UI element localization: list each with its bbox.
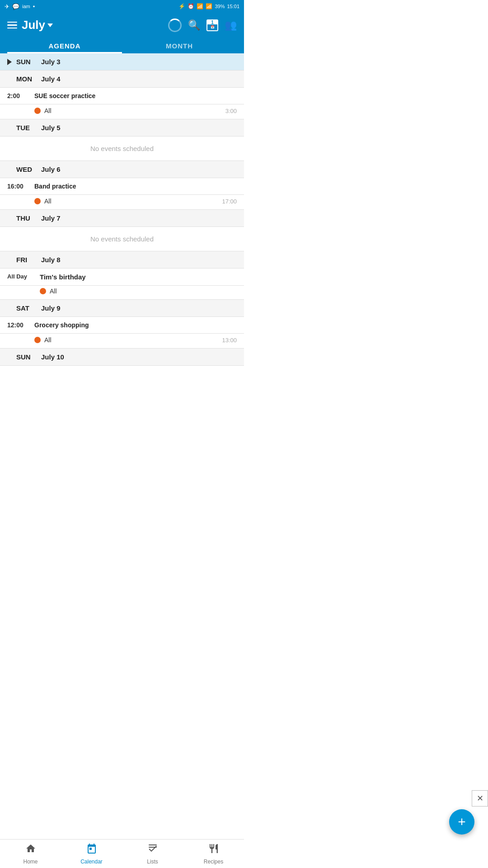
tab-month[interactable]: MONTH — [122, 38, 237, 53]
whatsapp-icon: 💬 — [12, 3, 19, 10]
day-date-jul9: July 9 — [41, 304, 61, 312]
signal-icon: 📶 — [206, 3, 212, 9]
header-top: July 🔍 1 📅 👥 — [7, 18, 237, 38]
day-date-jul6: July 6 — [41, 165, 61, 173]
day-name-jul8: FRI — [16, 256, 41, 264]
day-date-jul8: July 8 — [41, 256, 61, 264]
event-sub-band[interactable]: All 17:00 — [0, 195, 244, 210]
event-dot-sue — [34, 108, 41, 114]
event-category-band: All — [44, 198, 52, 205]
alarm-icon: ⏰ — [188, 3, 194, 9]
event-title-band: Band practice — [34, 183, 237, 190]
allday-label-tims: All Day — [7, 273, 40, 280]
event-sub-sue[interactable]: All 3:00 — [0, 104, 244, 119]
event-row-grocery[interactable]: 12:00 Grocery shopping — [0, 317, 244, 334]
view-tabs: AGENDA MONTH — [7, 38, 237, 53]
app-header: July 🔍 1 📅 👥 AGENDA — [0, 13, 244, 53]
iam-label: iam — [22, 4, 30, 9]
event-dot-band — [34, 198, 41, 204]
event-category-grocery: All — [44, 336, 52, 344]
event-time-sue-end: 3:00 — [225, 108, 237, 114]
event-sub-grocery[interactable]: All 13:00 — [0, 334, 244, 349]
dot-icon: • — [33, 3, 35, 10]
people-icon[interactable]: 👥 — [225, 19, 237, 31]
day-name-jul9: SAT — [16, 304, 41, 312]
event-title-tims: Tim's birthday — [40, 273, 86, 281]
day-name-jul6: WED — [16, 165, 41, 173]
agenda-view: SUN July 3 MON July 4 2:00 SUE soccer pr… — [0, 53, 244, 397]
event-row-sue-soccer[interactable]: 2:00 SUE soccer practice — [0, 88, 244, 104]
event-row-band[interactable]: 16:00 Band practice — [0, 178, 244, 195]
event-title-sue: SUE soccer practice — [34, 92, 237, 99]
tab-agenda[interactable]: AGENDA — [7, 38, 122, 53]
dropdown-arrow-icon — [47, 24, 53, 27]
day-header-jul4[interactable]: MON July 4 — [0, 71, 244, 88]
day-name-jul4: MON — [16, 75, 41, 83]
event-time-band-end: 17:00 — [222, 198, 237, 205]
event-dot-tims — [40, 288, 46, 294]
day-header-jul3[interactable]: SUN July 3 — [0, 53, 244, 71]
header-left-icons: July — [7, 18, 53, 32]
month-label: July — [22, 18, 45, 32]
no-events-jul7: No events scheduled — [0, 227, 244, 251]
no-events-jul5: No events scheduled — [0, 137, 244, 161]
day-date-jul4: July 4 — [41, 75, 61, 83]
spinner-icon — [168, 19, 182, 32]
battery-save-icon: ⚡ — [178, 3, 185, 9]
status-bar-left: ✈ 💬 iam • — [5, 3, 35, 10]
day-header-jul6[interactable]: WED July 6 — [0, 161, 244, 178]
event-time-grocery-end: 13:00 — [222, 337, 237, 344]
day-header-jul7[interactable]: THU July 7 — [0, 210, 244, 227]
time-display: 15:01 — [227, 4, 239, 9]
event-time-sue: 2:00 — [7, 92, 34, 99]
wifi-icon: 📶 — [197, 3, 203, 9]
event-category-tims: All — [50, 288, 57, 295]
battery-percent: 39% — [215, 4, 225, 9]
day-name-jul5: TUE — [16, 124, 41, 132]
event-time-grocery: 12:00 — [7, 321, 34, 329]
event-title-grocery: Grocery shopping — [34, 321, 237, 329]
calendar-today-button[interactable]: 1 📅 — [206, 19, 218, 31]
header-right-icons: 🔍 1 📅 👥 — [168, 19, 237, 32]
day-name-jul7: THU — [16, 214, 41, 222]
airplane-icon: ✈ — [5, 3, 9, 10]
status-bar-right: ⚡ ⏰ 📶 📶 39% 15:01 — [178, 3, 239, 9]
event-dot-grocery — [34, 337, 41, 343]
day-date-jul5: July 5 — [41, 124, 61, 132]
month-selector[interactable]: July — [22, 18, 53, 32]
hamburger-menu-button[interactable] — [7, 22, 17, 29]
day-date-jul3: July 3 — [41, 58, 61, 66]
day-date-jul10: July 10 — [41, 353, 64, 361]
day-header-jul10[interactable]: SUN July 10 — [0, 349, 244, 366]
day-date-jul7: July 7 — [41, 214, 61, 222]
event-category-sue: All — [44, 107, 52, 114]
event-time-band: 16:00 — [7, 183, 34, 190]
day-header-jul5[interactable]: TUE July 5 — [0, 119, 244, 137]
day-name-jul3: SUN — [16, 58, 41, 66]
day-arrow-icon — [7, 59, 12, 65]
status-bar: ✈ 💬 iam • ⚡ ⏰ 📶 📶 39% 15:01 — [0, 0, 244, 13]
event-sub-tims[interactable]: All — [0, 286, 244, 300]
search-icon[interactable]: 🔍 — [188, 19, 200, 31]
day-name-jul10: SUN — [16, 353, 41, 361]
event-row-tims-birthday[interactable]: All Day Tim's birthday — [0, 269, 244, 286]
day-header-jul8[interactable]: FRI July 8 — [0, 251, 244, 269]
day-header-jul9[interactable]: SAT July 9 — [0, 300, 244, 317]
